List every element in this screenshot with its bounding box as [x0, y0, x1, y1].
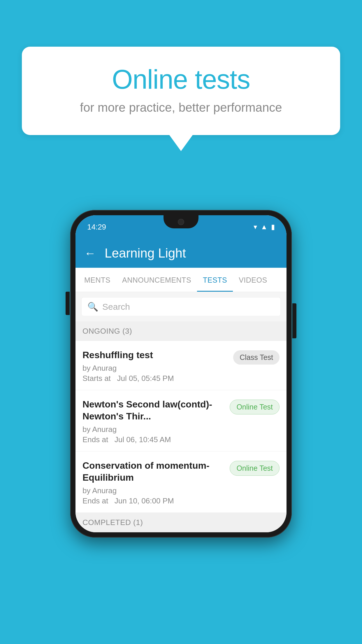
camera-notch [178, 219, 184, 225]
back-button[interactable]: ← [84, 247, 96, 260]
test-time-newton: Ends at Jul 06, 10:45 AM [82, 435, 224, 444]
test-item-content: Reshuffling test by Anurag Starts at Jul… [82, 349, 233, 383]
tab-tests[interactable]: TESTS [197, 268, 233, 292]
app-header: ← Learning Light [75, 239, 287, 268]
signal-icon: ▲ [261, 223, 268, 231]
search-input-wrapper[interactable]: 🔍 Search [81, 297, 281, 316]
phone-notch [164, 215, 198, 228]
test-time-reshuffling: Starts at Jul 05, 05:45 PM [82, 374, 227, 383]
tabs-bar: MENTS ANNOUNCEMENTS TESTS VIDEOS [75, 268, 287, 292]
test-author-conservation: by Anurag [82, 486, 224, 495]
badge-online-test-conservation: Online Test [230, 461, 280, 476]
test-time-conservation: Ends at Jun 10, 06:00 PM [82, 496, 224, 505]
badge-online-test-newton: Online Test [230, 400, 280, 414]
phone-mockup: 14:29 ▾ ▲ ▮ ← Learning Light MENTS ANNOU… [70, 210, 292, 538]
phone-frame: 14:29 ▾ ▲ ▮ ← Learning Light MENTS ANNOU… [70, 210, 292, 538]
status-bar: 14:29 ▾ ▲ ▮ [75, 215, 287, 239]
test-item-reshuffling[interactable]: Reshuffling test by Anurag Starts at Jul… [75, 341, 287, 390]
ongoing-section-header: ONGOING (3) [75, 321, 287, 341]
test-title-conservation: Conservation of momentum-Equilibrium [82, 460, 224, 484]
test-author-reshuffling: by Anurag [82, 364, 227, 373]
completed-section-header: COMPLETED (1) [75, 513, 287, 532]
badge-class-test: Class Test [233, 350, 280, 365]
speech-bubble-section: Online tests for more practice, better p… [22, 47, 340, 151]
bubble-subtitle: for more practice, better performance [45, 101, 317, 115]
test-title-reshuffling: Reshuffling test [82, 349, 227, 361]
status-time: 14:29 [87, 223, 106, 232]
phone-screen: 14:29 ▾ ▲ ▮ ← Learning Light MENTS ANNOU… [75, 215, 287, 532]
test-item-content-newton: Newton's Second law(contd)-Newton's Thir… [82, 398, 230, 444]
test-title-newton: Newton's Second law(contd)-Newton's Thir… [82, 398, 224, 423]
test-item-newton[interactable]: Newton's Second law(contd)-Newton's Thir… [75, 390, 287, 452]
test-author-newton: by Anurag [82, 425, 224, 434]
test-item-content-conservation: Conservation of momentum-Equilibrium by … [82, 460, 230, 505]
bubble-title: Online tests [45, 64, 317, 95]
wifi-icon: ▾ [254, 223, 257, 231]
battery-icon: ▮ [271, 223, 275, 231]
speech-bubble: Online tests for more practice, better p… [22, 47, 340, 135]
tab-announcements[interactable]: ANNOUNCEMENTS [116, 268, 197, 292]
search-container: 🔍 Search [75, 292, 287, 321]
tab-videos[interactable]: VIDEOS [233, 268, 273, 292]
bubble-arrow [169, 135, 193, 151]
tab-ments[interactable]: MENTS [78, 268, 116, 292]
search-icon: 🔍 [87, 302, 98, 312]
app-title: Learning Light [105, 246, 186, 260]
test-item-conservation[interactable]: Conservation of momentum-Equilibrium by … [75, 452, 287, 513]
search-placeholder: Search [102, 302, 130, 312]
status-icons: ▾ ▲ ▮ [254, 223, 275, 231]
